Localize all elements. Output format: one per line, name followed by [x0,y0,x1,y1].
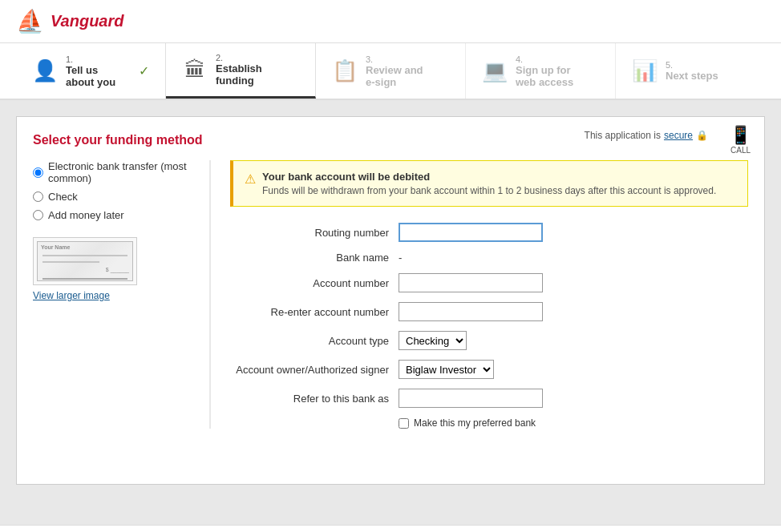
step-4[interactable]: 💻 4. Sign up forweb access [466,43,616,99]
account-type-row: Account type Checking Savings [230,331,748,350]
option-check[interactable]: Check [33,191,193,203]
refer-bank-row: Refer to this bank as [230,389,748,408]
secure-text: This application is [585,130,661,141]
funding-options: Electronic bank transfer (most common) C… [33,160,193,221]
phone-icon: 📱 [730,125,751,146]
header: ⛵ Vanguard [0,0,781,43]
account-type-label: Account type [230,335,399,347]
option-check-label: Check [48,191,78,203]
routing-number-row: Routing number [230,223,748,242]
refer-bank-input[interactable] [399,389,543,408]
warning-text: Funds will be withdrawn from your bank a… [262,185,716,196]
step-5-num: 5. [666,60,718,70]
right-panel: ⚠ Your bank account will be debited Fund… [209,160,748,429]
step-3-icon: 📋 [332,58,358,83]
step-1-icon: 👤 [32,58,58,83]
warning-icon: ⚠ [245,171,256,187]
check-preview-image: Your Name $ ______ ⌘234567890⌘ 98765432⌘… [33,237,137,285]
lock-icon: 🔒 [696,130,708,141]
secure-link[interactable]: secure [664,130,693,141]
bank-name-label: Bank name [230,252,399,264]
check-image-sim: Your Name $ ______ ⌘234567890⌘ 98765432⌘… [37,241,133,281]
step-1-checkmark: ✓ [139,63,149,79]
footer: BACK CANCEL SAVE FOR LATER CONTINUE [0,525,781,532]
refer-bank-label: Refer to this bank as [230,393,399,405]
step-5-label: Next steps [666,70,718,82]
option-electronic[interactable]: Electronic bank transfer (most common) [33,160,193,184]
step-4-label: Sign up forweb access [516,64,573,88]
step-1[interactable]: 👤 1. Tell usabout you ✓ [16,43,166,99]
preferred-bank-row: Make this my preferred bank [399,417,748,429]
main-content: This application is secure 🔒 📱 CALL Sele… [0,100,781,525]
warning-title: Your bank account will be debited [262,171,716,183]
preferred-bank-checkbox[interactable] [399,418,409,429]
step-1-text: 1. Tell usabout you [66,54,115,88]
routing-number-input[interactable] [399,223,543,242]
radio-electronic[interactable] [33,167,43,178]
step-5-icon: 📊 [632,58,658,83]
step-2-label: Establishfunding [216,62,262,87]
step-1-num: 1. [66,54,115,64]
content-inner: Electronic bank transfer (most common) C… [33,160,748,429]
step-2-text: 2. Establishfunding [216,53,262,87]
step-2-icon: 🏛 [182,58,208,83]
bank-name-row: Bank name - [230,252,748,264]
step-3-num: 3. [366,54,423,64]
call-label: CALL [730,146,751,155]
step-4-icon: 💻 [482,58,508,83]
reenter-account-label: Re-enter account number [230,306,399,318]
logo: ⛵ Vanguard [16,8,124,34]
preferred-bank-label: Make this my preferred bank [414,417,536,429]
step-3-label: Review ande-sign [366,64,423,88]
step-5[interactable]: 📊 5. Next steps [616,43,765,99]
account-number-input[interactable] [399,273,543,292]
step-2-num: 2. [216,53,262,62]
step-4-num: 4. [516,54,573,64]
logo-ship-icon: ⛵ [16,8,44,34]
reenter-account-row: Re-enter account number [230,302,748,321]
option-electronic-label: Electronic bank transfer (most common) [48,160,193,184]
left-panel: Electronic bank transfer (most common) C… [33,160,209,429]
step-4-text: 4. Sign up forweb access [516,54,573,88]
account-number-label: Account number [230,277,399,289]
reenter-account-input[interactable] [399,302,543,321]
option-later-label: Add money later [48,209,124,221]
steps-bar: 👤 1. Tell usabout you ✓ 🏛 2. Establishfu… [0,43,781,100]
content-box: This application is secure 🔒 📱 CALL Sele… [16,116,765,485]
warning-content: Your bank account will be debited Funds … [262,171,716,196]
account-type-select[interactable]: Checking Savings [399,331,467,350]
step-3-text: 3. Review ande-sign [366,54,423,88]
step-2[interactable]: 🏛 2. Establishfunding [166,43,316,99]
account-owner-label: Account owner/Authorized signer [230,364,399,376]
radio-later[interactable] [33,210,43,220]
secure-badge: This application is secure 🔒 [585,130,708,141]
account-owner-row: Account owner/Authorized signer Biglaw I… [230,360,748,379]
step-1-label: Tell usabout you [66,64,115,88]
account-owner-select[interactable]: Biglaw Investor [399,360,494,379]
radio-check[interactable] [33,191,43,202]
step-3[interactable]: 📋 3. Review ande-sign [316,43,466,99]
view-larger-link[interactable]: View larger image [33,290,193,301]
bank-name-value: - [399,252,402,264]
option-later[interactable]: Add money later [33,209,193,221]
routing-number-label: Routing number [230,227,399,239]
account-number-row: Account number [230,273,748,292]
step-5-text: 5. Next steps [666,60,718,82]
logo-text: Vanguard [51,12,124,30]
call-button[interactable]: 📱 CALL [730,125,751,155]
warning-box: ⚠ Your bank account will be debited Fund… [230,160,748,207]
